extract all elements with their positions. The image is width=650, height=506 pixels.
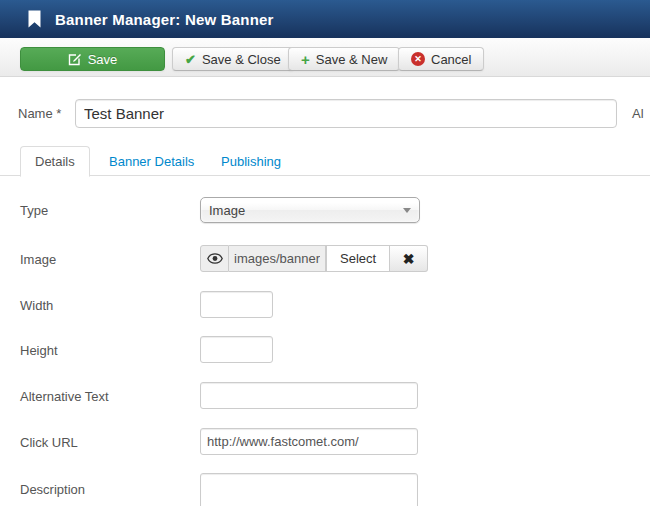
- type-select-value: Image: [209, 203, 403, 218]
- description-textarea[interactable]: [200, 473, 418, 506]
- cancel-button-label: Cancel: [431, 52, 471, 67]
- banner-manager-page: Banner Manager: New Banner Save ✔ Save &…: [0, 0, 650, 506]
- name-label: Name *: [18, 106, 61, 121]
- description-label: Description: [20, 482, 85, 497]
- click-url-input[interactable]: [200, 428, 418, 455]
- height-label: Height: [20, 343, 58, 358]
- save-button[interactable]: Save: [20, 47, 165, 71]
- plus-icon: +: [301, 52, 310, 67]
- caret-down-icon: [403, 208, 411, 213]
- page-header: Banner Manager: New Banner: [0, 0, 650, 38]
- tab-publishing[interactable]: Publishing: [206, 146, 296, 177]
- tab-details[interactable]: Details: [20, 146, 90, 177]
- tab-bar: Details Banner Details Publishing: [0, 146, 650, 176]
- save-and-new-button[interactable]: + Save & New: [288, 47, 400, 71]
- image-clear-button[interactable]: ✖: [390, 245, 428, 272]
- alias-label: Al: [632, 106, 644, 121]
- page-title: Banner Manager: New Banner: [55, 11, 274, 28]
- clear-x-icon: ✖: [403, 251, 415, 267]
- click-url-label: Click URL: [20, 435, 78, 450]
- image-select-button[interactable]: Select: [326, 245, 390, 272]
- name-input[interactable]: [75, 99, 617, 128]
- save-and-new-label: Save & New: [316, 52, 388, 67]
- cancel-icon: ✕: [411, 52, 425, 66]
- check-icon: ✔: [185, 52, 196, 67]
- toolbar: Save ✔ Save & Close + Save & New ✕ Cance…: [0, 38, 650, 77]
- cancel-button[interactable]: ✕ Cancel: [398, 47, 484, 71]
- tab-banner-details[interactable]: Banner Details: [94, 146, 209, 177]
- save-and-close-label: Save & Close: [202, 52, 281, 67]
- alt-text-label: Alternative Text: [20, 389, 109, 404]
- image-path-input[interactable]: [229, 245, 326, 272]
- width-input[interactable]: [200, 291, 273, 318]
- image-field-group: Select ✖: [200, 245, 428, 272]
- height-input[interactable]: [200, 336, 273, 363]
- bookmark-icon: [28, 10, 41, 28]
- width-label: Width: [20, 298, 53, 313]
- save-button-label: Save: [88, 52, 118, 67]
- save-and-close-button[interactable]: ✔ Save & Close: [172, 47, 294, 71]
- preview-toggle-button[interactable]: [200, 245, 229, 272]
- alt-text-input[interactable]: [200, 382, 418, 409]
- type-select[interactable]: Image: [200, 197, 420, 223]
- type-label: Type: [20, 203, 48, 218]
- eye-icon: [207, 253, 223, 264]
- image-label: Image: [20, 252, 56, 267]
- save-icon: [68, 52, 82, 66]
